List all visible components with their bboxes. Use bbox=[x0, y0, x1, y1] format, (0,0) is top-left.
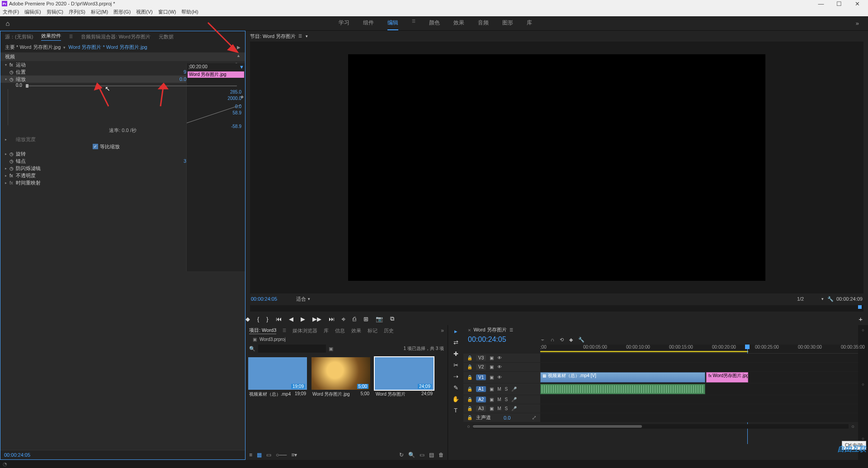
mic-icon[interactable]: 🎤 bbox=[511, 387, 517, 392]
maximize-button[interactable]: ☐ bbox=[830, 0, 848, 7]
track-head-master[interactable]: 🔒主声道0.0⤢ bbox=[463, 413, 540, 422]
slider-handle[interactable] bbox=[26, 84, 28, 88]
ws-tab-color[interactable]: 颜色 bbox=[429, 16, 440, 30]
close-button[interactable]: ✕ bbox=[848, 0, 866, 7]
goto-out-icon[interactable]: ⏭ bbox=[329, 316, 335, 322]
ws-tab-audio[interactable]: 音频 bbox=[478, 16, 489, 30]
src-tab-mixer[interactable]: 音频剪辑混合器: Word另存图片 bbox=[81, 33, 150, 40]
mic-icon[interactable]: 🎤 bbox=[511, 406, 517, 411]
track-head-a2[interactable]: 🔒A2▣MS🎤 bbox=[463, 395, 540, 404]
src-tab-effects[interactable]: 效果控件 bbox=[41, 33, 61, 41]
minimize-button[interactable]: — bbox=[812, 0, 830, 7]
expand-icon[interactable]: ▸ bbox=[5, 174, 9, 178]
compare-icon[interactable]: ⧉ bbox=[390, 315, 394, 322]
ws-tab-learn[interactable]: 学习 bbox=[339, 16, 349, 30]
stopwatch-icon[interactable]: ◷ bbox=[9, 70, 16, 75]
expand-icon[interactable]: ▾ bbox=[5, 77, 9, 81]
fit-select[interactable]: 适合 bbox=[296, 296, 306, 303]
project-item[interactable]: 19;09 视频素材（总）.mp419;09 bbox=[248, 357, 307, 399]
hand-tool-icon[interactable]: ✋ bbox=[452, 396, 459, 402]
zoom-slider[interactable]: ○── bbox=[276, 452, 287, 458]
track-head-v3[interactable]: 🔒V3▣👁 bbox=[463, 354, 540, 363]
src-tab-metadata[interactable]: 元数据 bbox=[159, 33, 174, 40]
project-search-input[interactable] bbox=[258, 345, 326, 353]
meter-zoom-icon[interactable]: ○ bbox=[862, 328, 864, 332]
zoom-in-icon[interactable]: ○ bbox=[851, 424, 854, 429]
snapshot-icon[interactable]: 📷 bbox=[376, 316, 383, 322]
ws-tab-effects[interactable]: 效果 bbox=[453, 16, 464, 30]
expand-icon[interactable]: ▸ bbox=[5, 152, 9, 156]
nest-icon[interactable]: ⫟ bbox=[540, 337, 545, 343]
expand-icon[interactable]: ▸ bbox=[5, 137, 9, 142]
ws-overflow-icon[interactable]: » bbox=[856, 20, 859, 27]
stopwatch-icon[interactable]: ◷ bbox=[9, 151, 16, 156]
project-item[interactable]: 24;09 Word 另存图片24;09 bbox=[375, 357, 434, 399]
src-tab-source[interactable]: 源：(无剪辑) bbox=[5, 33, 33, 40]
mic-icon[interactable]: 🎤 bbox=[511, 397, 517, 402]
track-head-v2[interactable]: 🔒V2▣👁 bbox=[463, 363, 540, 372]
wrench-icon[interactable]: 🔧 bbox=[827, 296, 834, 302]
thumb-sequence[interactable]: 24;09 bbox=[375, 357, 434, 390]
view-list-icon[interactable]: ≡ bbox=[249, 452, 252, 458]
new-item-icon[interactable]: ▤ bbox=[429, 452, 434, 458]
lock-icon[interactable]: 🔒 bbox=[467, 375, 472, 380]
view-icon-icon[interactable]: ▦ bbox=[257, 452, 262, 458]
lock-icon[interactable]: 🔒 bbox=[467, 387, 472, 392]
menu-graphics[interactable]: 图形(G) bbox=[113, 9, 131, 15]
uniform-checkbox[interactable]: ✓ bbox=[93, 144, 98, 149]
menu-edit[interactable]: 编辑(E) bbox=[24, 9, 41, 15]
lock-icon[interactable]: 🔒 bbox=[467, 355, 472, 360]
expand-icon[interactable]: ▸ bbox=[5, 181, 9, 185]
menu-file[interactable]: 文件(F) bbox=[3, 9, 19, 15]
timeline-timecode[interactable]: 00:00:24:05 bbox=[468, 336, 540, 344]
track-head-a1[interactable]: 🔒A1▣MS🎤 bbox=[463, 383, 540, 395]
mini-playhead-icon[interactable]: ▼ bbox=[239, 64, 244, 70]
track-tag[interactable]: A2 bbox=[476, 397, 486, 402]
ws-tab-assembly[interactable]: 组件 bbox=[363, 16, 374, 30]
scale-chevron-icon[interactable]: ▾ bbox=[821, 297, 824, 301]
ws-tab-graphics[interactable]: 图形 bbox=[502, 16, 513, 30]
toggle-output-icon[interactable]: ▣ bbox=[490, 406, 494, 411]
zoom-out-icon[interactable]: ○ bbox=[467, 424, 470, 429]
eye-icon[interactable]: 👁 bbox=[497, 355, 502, 360]
src-tab-menu-icon[interactable]: ☰ bbox=[69, 34, 73, 39]
sort-icon[interactable]: ≡▾ bbox=[291, 452, 297, 458]
fit-chevron-icon[interactable]: ▾ bbox=[308, 297, 310, 301]
proj-tab-effects[interactable]: 效果 bbox=[351, 327, 361, 334]
out-point-icon[interactable]: } bbox=[266, 316, 268, 322]
track-content[interactable] bbox=[540, 413, 858, 422]
program-scrubber[interactable] bbox=[250, 305, 863, 312]
toggle-output-icon[interactable]: ▣ bbox=[490, 364, 494, 369]
stopwatch-icon[interactable]: ◷ bbox=[9, 77, 16, 82]
clip-audio[interactable] bbox=[540, 384, 705, 394]
razor-tool-icon[interactable]: ✂ bbox=[453, 362, 458, 369]
master-value[interactable]: 0.0 bbox=[504, 415, 510, 421]
timeline-scrollbar[interactable] bbox=[473, 424, 849, 429]
clip-image[interactable]: fx Word另存图片.jpg bbox=[706, 372, 748, 383]
lock-icon[interactable]: 🔒 bbox=[467, 364, 472, 369]
menu-mark[interactable]: 标记(M) bbox=[91, 9, 108, 15]
ws-tab-library[interactable]: 库 bbox=[527, 16, 532, 30]
slip-tool-icon[interactable]: ⇢ bbox=[453, 373, 458, 380]
scale-slider[interactable] bbox=[26, 85, 237, 86]
lock-icon[interactable]: 🔒 bbox=[467, 406, 472, 411]
new-bin-icon[interactable]: ▭ bbox=[420, 452, 425, 458]
home-icon[interactable]: ⌂ bbox=[0, 16, 15, 30]
menu-help[interactable]: 帮助(H) bbox=[181, 9, 198, 15]
auto-icon[interactable]: ↻ bbox=[399, 452, 404, 458]
chevron-down-icon[interactable]: ▾ bbox=[63, 45, 66, 50]
proj-tab-markers[interactable]: 标记 bbox=[368, 327, 377, 334]
track-content[interactable] bbox=[540, 383, 858, 395]
scale-graph[interactable]: 285.0 2000.0 0.0 58.9 -58.9 bbox=[8, 89, 245, 125]
menu-window[interactable]: 窗口(W) bbox=[158, 9, 176, 15]
trash-icon[interactable]: 🗑 bbox=[439, 452, 444, 458]
track-content[interactable]: ▦ 视频素材（总）.mp4 [V] fx Word另存图片.jpg bbox=[540, 372, 858, 383]
track-tag[interactable]: A3 bbox=[476, 406, 486, 411]
eye-icon[interactable]: 👁 bbox=[497, 364, 502, 369]
lock-icon[interactable]: 🔒 bbox=[467, 415, 472, 420]
proj-tab-project[interactable]: 项目: Word3 bbox=[249, 327, 276, 334]
source-timecode[interactable]: 00:00:24:05 bbox=[0, 450, 245, 459]
play-icon[interactable]: ▶ bbox=[237, 45, 241, 50]
folder-icon[interactable]: ▣ bbox=[329, 346, 335, 352]
goto-in-icon[interactable]: ⏮ bbox=[276, 316, 282, 322]
